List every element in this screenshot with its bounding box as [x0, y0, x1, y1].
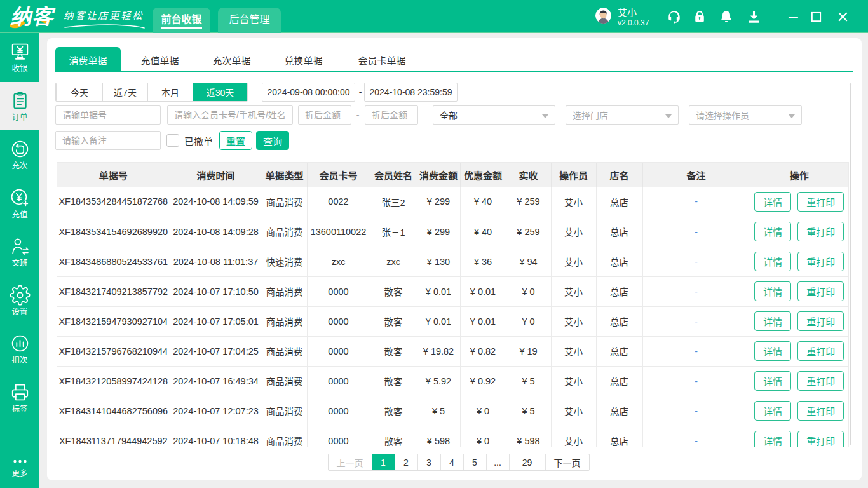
date-from-input[interactable]: 2024-09-08 00:00:00 — [262, 83, 355, 102]
download-icon[interactable] — [746, 9, 761, 24]
date-to-input[interactable]: 2024-10-08 23:59:59 — [364, 83, 458, 102]
page-number-button[interactable]: 5 — [463, 454, 486, 470]
col-amount: 消费金额 — [417, 163, 460, 187]
cell-remark: - — [642, 336, 750, 366]
nav-tab-front-cashier[interactable]: 前台收银 — [153, 8, 210, 33]
bill-no-input[interactable] — [55, 105, 161, 125]
detail-button[interactable]: 详情 — [754, 192, 791, 212]
cell-member: 散客 — [370, 276, 417, 306]
detail-button[interactable]: 详情 — [754, 252, 791, 271]
document-tab[interactable]: 会员卡单据 — [342, 47, 421, 72]
document-tab[interactable]: 充次单据 — [199, 47, 264, 72]
detail-button[interactable]: 详情 — [754, 341, 791, 361]
search-button[interactable]: 查询 — [256, 131, 289, 150]
document-tab[interactable]: 消费单据 — [55, 47, 121, 72]
voided-checkbox[interactable] — [166, 134, 179, 147]
reprint-button[interactable]: 重打印 — [797, 192, 844, 212]
cell-store: 总店 — [596, 247, 642, 276]
sidebar-item-cashier[interactable]: 收银 — [0, 33, 39, 82]
reprint-button[interactable]: 重打印 — [797, 371, 844, 391]
remark-input[interactable] — [55, 131, 161, 150]
amount-max-input[interactable] — [365, 105, 418, 125]
reprint-button[interactable]: 重打印 — [797, 431, 844, 447]
sidebar-item-orders[interactable]: 订单 — [0, 82, 39, 131]
sidebar-item-recharge-times[interactable]: 充次 — [0, 130, 39, 179]
document-tab[interactable]: 充值单据 — [127, 47, 193, 72]
member-input[interactable] — [167, 105, 293, 125]
cell-type: 商品消费 — [262, 426, 307, 447]
cell-member: 散客 — [370, 336, 417, 366]
maximize-icon[interactable] — [810, 10, 822, 23]
customer-service-icon[interactable] — [666, 9, 681, 24]
bell-icon[interactable] — [719, 9, 734, 24]
quick-range-button[interactable]: 本月 — [147, 83, 193, 101]
close-icon[interactable] — [836, 10, 849, 23]
reprint-button[interactable]: 重打印 — [797, 222, 844, 241]
page-number-button[interactable]: 1 — [372, 454, 395, 470]
next-page-button[interactable]: 下一页 — [545, 454, 589, 470]
prev-page-button[interactable]: 上一页 — [329, 454, 372, 470]
page-number-button[interactable]: 29 — [509, 454, 545, 470]
sidebar-item-label-print[interactable]: 标签 — [0, 374, 39, 423]
quick-range-button[interactable]: 近30天 — [193, 83, 247, 101]
titlebar-nav: 前台收银 后台管理 — [153, 8, 281, 33]
col-bill-no: 单据号 — [57, 163, 170, 187]
recharge-value-icon — [10, 187, 31, 208]
reprint-button[interactable]: 重打印 — [797, 311, 844, 331]
cell-card-no: 0000 — [307, 336, 370, 366]
table-row: XF1843534284451872768 2024-10-08 14:09:5… — [57, 187, 848, 217]
cell-actions: 详情 重打印 — [750, 187, 848, 217]
sidebar-item-label: 标签 — [11, 405, 27, 414]
reprint-button[interactable]: 重打印 — [797, 341, 844, 361]
store-select[interactable]: 选择门店 — [566, 105, 679, 125]
sidebar-item-label: 充值 — [11, 210, 27, 219]
detail-button[interactable]: 详情 — [754, 281, 791, 301]
minimize-icon[interactable] — [787, 10, 799, 23]
quick-range-button[interactable]: 今天 — [56, 83, 102, 101]
reprint-button[interactable]: 重打印 — [797, 252, 844, 271]
reset-button[interactable]: 重置 — [219, 131, 252, 150]
page-number-button[interactable]: 3 — [417, 454, 440, 470]
cell-amount: ¥ 5 — [417, 396, 460, 426]
page-number-button[interactable]: 2 — [395, 454, 417, 470]
cell-discount: ¥ 40 — [460, 187, 506, 217]
sidebar-item-recharge-value[interactable]: 充值 — [0, 179, 39, 228]
cell-bill-no: XF1843215947930927104 — [57, 306, 170, 336]
cell-amount: ¥ 19.82 — [417, 336, 460, 366]
detail-button[interactable]: 详情 — [754, 431, 791, 447]
cell-store: 总店 — [596, 396, 642, 426]
cell-card-no: 0000 — [307, 306, 370, 336]
lock-icon[interactable] — [692, 9, 707, 24]
content-card: 消费单据 充值单据 充次单据 兑换单据 会员卡单据 — [47, 38, 862, 480]
slogan-underline — [64, 23, 146, 29]
cell-member: 散客 — [370, 396, 417, 426]
cell-card-no: zxc — [307, 247, 370, 276]
reprint-button[interactable]: 重打印 — [797, 281, 844, 301]
cell-card-no: 13600110022 — [307, 217, 370, 247]
sidebar-item-settings[interactable]: 设置 — [0, 276, 39, 325]
detail-button[interactable]: 详情 — [754, 311, 791, 331]
amount-min-input[interactable] — [298, 105, 351, 125]
reprint-button[interactable]: 重打印 — [797, 401, 844, 421]
vertical-scrollbar[interactable] — [850, 83, 851, 445]
quick-range-button[interactable]: 近7天 — [102, 83, 147, 101]
cell-discount: ¥ 40 — [460, 217, 506, 247]
operator-select[interactable]: 请选择操作员 — [689, 105, 802, 125]
document-tab[interactable]: 兑换单据 — [271, 47, 336, 72]
cell-bill-no: XF1843113717944942592 — [57, 426, 170, 447]
sidebar-item-more[interactable]: 更多 — [0, 447, 39, 485]
cell-remark: - — [642, 187, 750, 217]
app-window: 纳客 纳客让店更轻松 前台收银 后台管理 — [0, 0, 868, 488]
bill-type-select[interactable]: 全部 — [433, 105, 555, 125]
sidebar-item-shift-change[interactable]: 交班 — [0, 227, 39, 276]
detail-button[interactable]: 详情 — [754, 222, 791, 241]
user-box[interactable]: 艾小 v2.0.0.37 — [595, 8, 649, 25]
table-row: XF1843113717944942592 2024-10-07 10:18:4… — [57, 426, 848, 447]
page-number-button[interactable]: 4 — [440, 454, 463, 470]
cell-paid: ¥ 0 — [506, 276, 551, 306]
detail-button[interactable]: 详情 — [754, 371, 791, 391]
detail-button[interactable]: 详情 — [754, 401, 791, 421]
nav-tab-backend-admin[interactable]: 后台管理 — [218, 8, 281, 33]
sidebar-item-deduct-times[interactable]: 扣次 — [0, 325, 39, 374]
page-number-button[interactable]: ... — [486, 454, 509, 470]
